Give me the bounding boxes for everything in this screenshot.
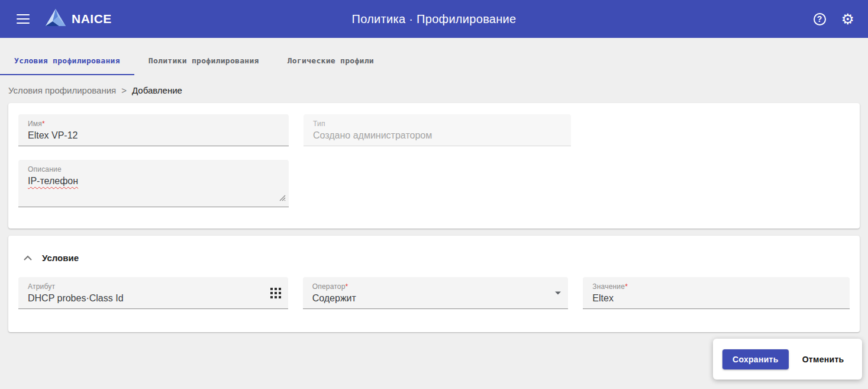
value-field-label: Значение (592, 282, 625, 291)
operator-select-value: Содержит (312, 293, 562, 304)
attribute-picker-grid-icon[interactable] (270, 288, 281, 298)
attribute-field[interactable]: Атрибут DHCP probes·Class Id (18, 277, 288, 309)
tab-bar: Условия профилирования Политики профилир… (0, 47, 868, 75)
chevron-up-icon (24, 252, 32, 263)
tab-logical-profiles[interactable]: Логические профили (273, 47, 388, 75)
breadcrumb-separator: > (121, 85, 127, 95)
breadcrumb-current: Добавление (132, 85, 182, 95)
attribute-field-label: Атрибут (28, 282, 281, 291)
breadcrumb-parent[interactable]: Условия профилирования (8, 85, 116, 95)
help-icon[interactable]: ? (814, 13, 826, 25)
type-field-value: Создано администратором (313, 130, 564, 141)
required-asterisk: * (42, 120, 45, 128)
attribute-field-value: DHCP probes·Class Id (28, 293, 281, 304)
action-bar: Сохранить Отменить (713, 339, 862, 380)
required-asterisk: * (625, 282, 628, 291)
type-field: Тип Создано администратором (304, 114, 571, 146)
settings-gear-icon[interactable]: ⚙ (841, 12, 854, 27)
description-field[interactable]: Описание IP-телефон (18, 160, 289, 207)
required-asterisk: * (346, 282, 349, 291)
resize-handle-icon[interactable] (279, 193, 286, 204)
page-title: Политика · Профилирование (351, 12, 516, 26)
description-field-value: IP-телефон (28, 176, 282, 187)
menu-icon[interactable] (17, 11, 30, 27)
condition-section-title: Условие (42, 253, 79, 263)
tab-profiling-conditions[interactable]: Условия профилирования (0, 47, 134, 75)
name-field-label: Имя (28, 120, 42, 128)
operator-select[interactable]: Оператор* Содержит (303, 277, 569, 309)
condition-card: Условие Атрибут DHCP probes·Class Id Опе… (8, 236, 860, 332)
name-field-value: Eltex VP-12 (28, 130, 282, 141)
value-field[interactable]: Значение* Eltex (583, 277, 850, 309)
breadcrumb: Условия профилирования > Добавление (8, 85, 860, 95)
app-header: NAICE Политика · Профилирование ? ⚙ (0, 0, 868, 38)
type-field-label: Тип (313, 120, 564, 128)
app-logo[interactable]: NAICE (45, 8, 112, 30)
naice-logo-icon (45, 8, 66, 30)
value-field-value: Eltex (592, 293, 843, 304)
operator-select-label: Оператор (312, 282, 346, 291)
name-field[interactable]: Имя* Eltex VP-12 (18, 114, 289, 146)
condition-section-toggle[interactable]: Условие (18, 252, 850, 263)
save-button[interactable]: Сохранить (722, 349, 789, 369)
cancel-button[interactable]: Отменить (802, 355, 844, 364)
dropdown-caret-icon[interactable] (555, 291, 561, 294)
general-form-card: Имя* Eltex VP-12 Тип Создано администрат… (8, 103, 860, 229)
app-name: NAICE (72, 12, 112, 26)
description-field-label: Описание (28, 165, 282, 173)
tab-profiling-policies[interactable]: Политики профилирования (134, 47, 273, 75)
